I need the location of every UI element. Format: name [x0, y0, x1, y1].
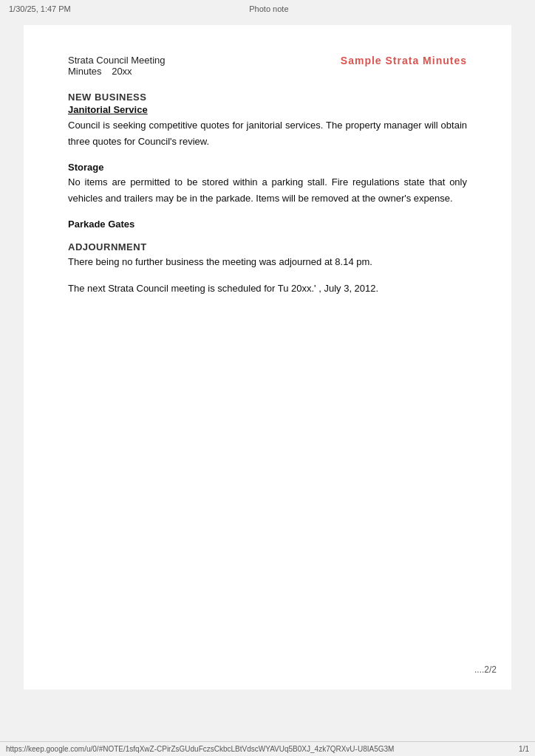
storage-heading: Storage	[68, 162, 467, 173]
parkade-section: Parkade Gates	[68, 219, 467, 230]
photo-note-label: Photo note	[249, 4, 288, 13]
storage-body: No items are permitted to be stored with…	[68, 174, 467, 207]
new-business-section: NEW BUSINESS Janitorial Service Council …	[68, 92, 467, 150]
bottom-bar: https://keep.google.com/u/0/#NOTE/1sfqXw…	[0, 741, 535, 756]
page-number: ....2/2	[474, 664, 497, 675]
doc-title-block: Strata Council Meeting Minutes 20xx	[68, 55, 166, 77]
storage-section: Storage No items are permitted to be sto…	[68, 162, 467, 207]
janitorial-body: Council is seeking competitive quotes fo…	[68, 117, 467, 150]
bottom-url: https://keep.google.com/u/0/#NOTE/1sfqXw…	[6, 745, 394, 753]
parkade-heading: Parkade Gates	[68, 219, 467, 230]
adjournment-body1: There being no further business the meet…	[68, 254, 467, 270]
janitorial-heading: Janitorial Service	[68, 104, 467, 115]
new-business-label: NEW BUSINESS	[68, 92, 467, 103]
adjournment-body2: The next Strata Council meeting is sched…	[68, 281, 467, 297]
adjournment-section: ADJOURNMENT There being no further busin…	[68, 241, 467, 297]
sample-label: Sample Strata Minutes	[341, 55, 467, 66]
doc-date: 20xx	[112, 66, 132, 77]
doc-header: Strata Council Meeting Minutes 20xx Samp…	[68, 55, 467, 77]
bottom-page: 1/1	[519, 745, 529, 753]
adjournment-label: ADJOURNMENT	[68, 241, 467, 252]
document-page: Strata Council Meeting Minutes 20xx Samp…	[24, 25, 511, 690]
timestamp: 1/30/25, 1:47 PM	[9, 4, 71, 13]
doc-title-line2: Minutes 20xx	[68, 66, 166, 77]
doc-title-line1: Strata Council Meeting	[68, 55, 166, 66]
